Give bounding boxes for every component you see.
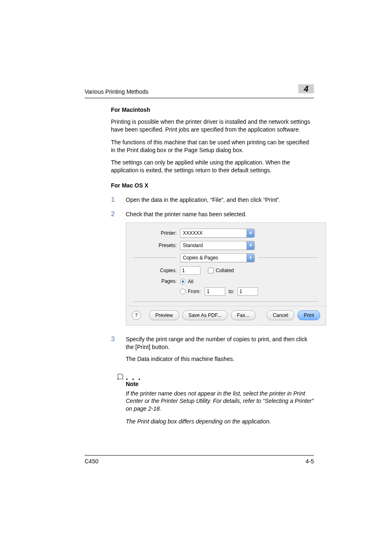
radio-icon [180, 289, 186, 294]
step-1: 1 Open the data in the application, “Fil… [111, 196, 314, 204]
step-number: 2 [111, 210, 126, 218]
divider-line [258, 257, 318, 258]
presets-select[interactable]: Standard [180, 241, 255, 250]
pages-from-radio[interactable]: From: [180, 288, 201, 295]
footer-rule [85, 455, 314, 456]
section-select[interactable]: Copies & Pages [180, 253, 255, 262]
body: For Macintosh Printing is possible when … [111, 106, 314, 430]
pages-all-label: All [188, 278, 193, 285]
note-text: If the printer name does not appear in t… [126, 390, 314, 413]
paragraph: Printing is possible when the printer dr… [111, 118, 314, 134]
dropdown-arrows-icon [247, 241, 254, 250]
pages-options: All From: 1 to: 1 [180, 278, 258, 296]
step-number: 1 [111, 196, 126, 204]
step-text: Specify the print range and the number o… [126, 335, 314, 367]
printer-row: Printer: XXXXXX [134, 229, 318, 238]
printer-value: XXXXXX [180, 230, 247, 236]
step-text-line: Specify the print range and the number o… [126, 335, 314, 351]
page-footer: C450 4-5 [85, 455, 314, 465]
radio-icon [180, 279, 186, 284]
save-as-pdf-button[interactable]: Save As PDF... [182, 310, 228, 320]
pages-from-label: From: [188, 288, 201, 295]
presets-row: Presets: Standard [134, 241, 318, 250]
help-button[interactable]: ? [132, 311, 141, 320]
note-text: The Print dialog box differs depending o… [126, 418, 314, 426]
section-title: Various Printing Methods [85, 88, 148, 95]
step-text: Open the data in the application, “File”… [126, 196, 314, 204]
preview-button[interactable]: Preview [149, 310, 179, 320]
chapter-number: 4 [304, 84, 308, 93]
help-icon: ? [135, 312, 138, 319]
step-number: 3 [111, 335, 126, 343]
presets-label: Presets: [134, 242, 180, 249]
collated-label: Collated [216, 267, 234, 274]
print-button[interactable]: Print [297, 310, 320, 320]
fax-button[interactable]: Fax... [231, 310, 256, 320]
pages-all-radio[interactable]: All [180, 278, 193, 285]
pages-from-input[interactable]: 1 [205, 287, 225, 296]
pages-to-label: to: [228, 288, 234, 295]
note-title: Note [126, 380, 314, 388]
checkbox-box-icon [208, 268, 214, 273]
printer-label: Printer: [134, 230, 180, 236]
presets-value: Standard [180, 242, 247, 249]
page: Various Printing Methods 4 For Macintosh… [0, 0, 392, 555]
paragraph: The functions of this machine that can b… [111, 139, 314, 154]
divider-line [134, 301, 318, 302]
section-value: Copies & Pages [180, 254, 247, 261]
copies-input[interactable]: 1 [180, 266, 201, 275]
step-text-line: Check that the printer name has been sel… [126, 210, 326, 218]
page-header: Various Printing Methods [85, 88, 314, 98]
step-text: Check that the printer name has been sel… [126, 210, 326, 326]
step-3: 3 Specify the print range and the number… [111, 335, 314, 367]
step-text-line: The Data indicator of this machine flash… [126, 355, 314, 363]
step-2: 2 Check that the printer name has been s… [111, 210, 314, 326]
note-block: . . . Note If the printer name does not … [126, 375, 314, 426]
note-icon [117, 373, 124, 380]
pages-range-row: From: 1 to: 1 [180, 287, 258, 296]
heading-for-mac-os-x: For Mac OS X [111, 182, 314, 190]
note-dots: . . . [126, 375, 314, 379]
print-dialog: Printer: XXXXXX Presets: Stan [126, 222, 326, 326]
heading-for-macintosh: For Macintosh [111, 106, 314, 114]
cancel-button[interactable]: Cancel [267, 310, 294, 320]
copies-row: Copies: 1 Collated [134, 266, 318, 275]
section-divider-row: Copies & Pages [134, 253, 318, 262]
model-label: C450 [85, 458, 98, 465]
paragraph: The settings can only be applied while u… [111, 159, 314, 174]
page-number: 4-5 [306, 458, 314, 465]
chapter-number-box: 4 [298, 84, 314, 93]
dialog-button-row: ? Preview Save As PDF... Fax... Cancel P… [126, 306, 326, 325]
dialog-body: Printer: XXXXXX Presets: Stan [126, 223, 326, 306]
footer-row: C450 4-5 [85, 458, 314, 465]
pages-to-input[interactable]: 1 [238, 287, 258, 296]
dropdown-arrows-icon [247, 229, 254, 237]
copies-label: Copies: [134, 267, 180, 274]
printer-select[interactable]: XXXXXX [180, 229, 255, 238]
pages-row: Pages: All From: [134, 278, 318, 296]
dropdown-arrows-icon [247, 254, 254, 262]
divider-line [134, 257, 177, 258]
collated-checkbox[interactable]: Collated [208, 267, 234, 274]
pages-label: Pages: [134, 278, 180, 284]
header-rule [85, 98, 314, 98]
